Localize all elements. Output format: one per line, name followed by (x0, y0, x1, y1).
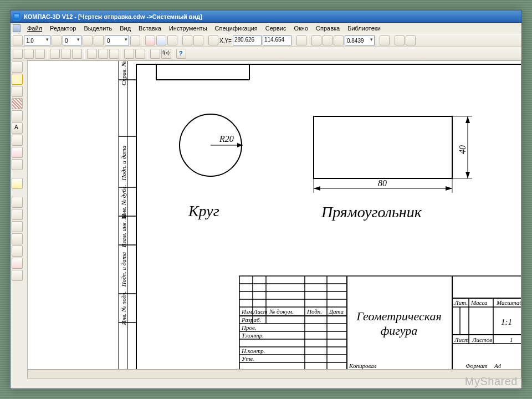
svg-text:Формат: Формат (466, 362, 488, 369)
text-tool[interactable]: A (12, 122, 23, 134)
canvas[interactable]: Справ. № Подп. и дата Инв. № дубл. Взам.… (27, 60, 521, 370)
svg-text:1: 1 (510, 336, 513, 343)
svg-text:Дата: Дата (329, 308, 344, 315)
dim-linear-tool[interactable] (12, 197, 23, 208)
menu-bar: Файл Редактор Выделить Вид Вставка Инстр… (11, 23, 521, 34)
menu-window[interactable]: Окно (290, 24, 311, 33)
selection-tool[interactable] (12, 74, 23, 85)
circle-title: Круг (188, 202, 219, 219)
svg-text:Подп. и дата: Подп. и дата (120, 145, 127, 181)
svg-text:Масштаб: Масштаб (496, 299, 521, 306)
spin-down-1[interactable] (52, 35, 62, 45)
titleblock-name-2: фигура (381, 324, 418, 337)
watermark: MyShared (465, 375, 518, 388)
snap-red-icon[interactable] (145, 35, 155, 45)
extend-tool[interactable] (12, 270, 23, 281)
svg-text:Пров.: Пров. (241, 324, 256, 331)
trim-tool[interactable] (12, 258, 23, 269)
save-icon[interactable] (35, 49, 45, 59)
preview2-icon[interactable] (72, 49, 82, 59)
menu-editor[interactable]: Редактор (47, 24, 79, 33)
work-area: A (11, 60, 521, 378)
tool-a-icon[interactable] (150, 49, 160, 59)
marker-tool[interactable] (12, 178, 23, 189)
break-tool[interactable] (12, 147, 23, 158)
hatch-tool[interactable] (12, 98, 23, 109)
zoom-in-icon[interactable] (311, 35, 321, 45)
new-icon[interactable] (13, 49, 23, 59)
undo-icon[interactable] (124, 49, 134, 59)
tool-fx-icon[interactable]: f(x) (161, 49, 171, 59)
left-toolbox: A (12, 62, 25, 281)
ucs-icon[interactable] (208, 35, 218, 45)
zoom-icon[interactable] (296, 35, 306, 45)
menu-libraries[interactable]: Библиотеки (344, 24, 384, 33)
zoom-out-icon[interactable] (323, 35, 332, 45)
svg-text:Н.контр.: Н.контр. (241, 347, 265, 354)
rect-tool[interactable] (12, 245, 23, 257)
pan-icon[interactable] (380, 35, 390, 45)
perp-icon[interactable] (193, 35, 203, 45)
scale-combo[interactable]: 1.0 (24, 35, 50, 45)
redo-icon[interactable] (135, 49, 145, 59)
svg-marker-25 (446, 186, 452, 191)
zoom-fit-icon[interactable] (334, 35, 344, 45)
svg-text:Лист: Лист (253, 308, 268, 315)
layer-button[interactable] (94, 35, 104, 45)
spin-up-1[interactable] (83, 35, 93, 45)
radius-label: R20 (219, 134, 234, 144)
svg-marker-30 (466, 172, 470, 178)
menu-tools[interactable]: Инструменты (166, 24, 211, 33)
grid-button[interactable] (13, 35, 23, 45)
svg-text:Утв.: Утв. (242, 355, 254, 362)
spin-2[interactable]: 0 (105, 35, 129, 45)
document-icon[interactable] (13, 24, 21, 32)
menu-service[interactable]: Сервис (262, 24, 290, 33)
cut-icon[interactable] (87, 49, 97, 59)
menu-insert[interactable]: Вставка (135, 24, 165, 33)
open-icon[interactable] (24, 49, 34, 59)
coord-x[interactable]: 280.626 (233, 35, 262, 45)
arc-tool[interactable] (12, 221, 23, 232)
rect-shape (314, 116, 452, 178)
title-bar: КОМПАС-3D V12 - [Чертеж отправка.cdw ->С… (11, 11, 521, 23)
copy-icon[interactable] (98, 49, 108, 59)
preview-icon[interactable] (61, 49, 71, 59)
table-tool[interactable] (12, 159, 23, 170)
menu-spec[interactable]: Спецификация (212, 24, 261, 33)
measure-icon[interactable] (395, 35, 405, 45)
help-icon[interactable]: ? (176, 49, 186, 59)
toolbar-1: 1.0 0 0 X,Y= 280.626 114.654 0.8439 (11, 34, 521, 47)
svg-text:Инв. № подл.: Инв. № подл. (120, 291, 127, 326)
pointer-tool[interactable] (12, 62, 23, 73)
refresh-icon[interactable] (406, 35, 416, 45)
svg-text:Листов: Листов (472, 336, 492, 343)
menu-view[interactable]: Вид (116, 24, 134, 33)
menu-file[interactable]: Файл (24, 24, 45, 33)
svg-text:№ докум.: № докум. (269, 308, 294, 315)
svg-text:Лист: Лист (454, 336, 469, 343)
ortho-icon[interactable] (167, 35, 177, 45)
coord-y[interactable]: 114.654 (263, 35, 291, 45)
wall-tool[interactable] (12, 86, 23, 97)
svg-text:Подп.: Подп. (306, 308, 322, 315)
axis-tool[interactable] (12, 135, 23, 146)
svg-marker-24 (314, 186, 320, 191)
rect-title: Прямоугольник (321, 203, 422, 221)
zoom-combo[interactable]: 0.8439 (345, 35, 375, 45)
grid-dots-icon[interactable] (182, 35, 192, 45)
paste-icon[interactable] (109, 49, 119, 59)
rect-width: 80 (378, 178, 387, 188)
line-tool[interactable] (12, 110, 23, 121)
horizontal-scrollbar[interactable] (27, 370, 521, 378)
menu-select[interactable]: Выделить (80, 24, 115, 33)
print-icon[interactable] (50, 49, 60, 59)
spin-1[interactable]: 0 (63, 35, 81, 45)
spline-tool[interactable] (12, 233, 23, 244)
menu-help[interactable]: Справка (313, 24, 343, 33)
svg-text:Копировал: Копировал (349, 362, 377, 369)
circle-tool[interactable] (12, 209, 23, 220)
spin-up-2[interactable] (130, 35, 140, 45)
snap-blue-icon[interactable] (156, 35, 166, 45)
svg-text:А4: А4 (494, 362, 502, 369)
